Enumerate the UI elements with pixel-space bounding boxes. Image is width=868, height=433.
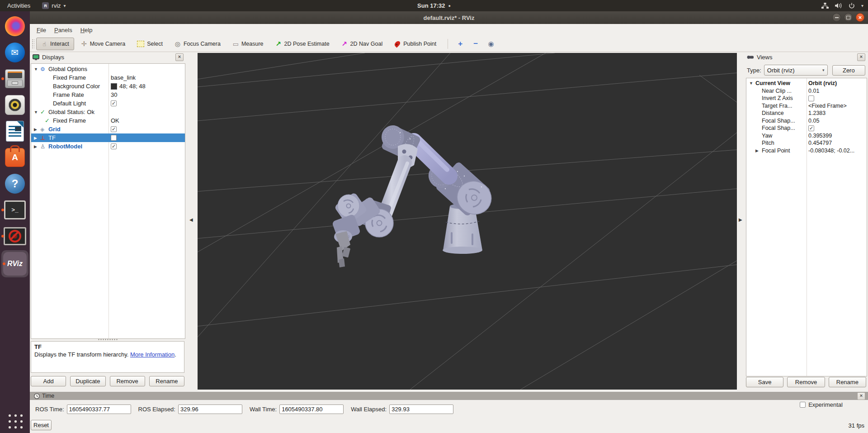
wall-elapsed-input[interactable] (389, 404, 453, 414)
tool-select[interactable]: Select (132, 38, 168, 50)
dock-item-rviz[interactable]: RViz (1, 250, 28, 277)
views-panel-header[interactable]: Views × (745, 52, 867, 62)
close-button[interactable]: × (856, 13, 864, 22)
tree-row-grid[interactable]: ▶◈Grid✓ (31, 125, 185, 133)
tree-row-tf[interactable]: ▶⊥TF (31, 133, 185, 142)
app-menu[interactable]: R rviz ▾ (38, 0, 70, 11)
tree-row-focal-point[interactable]: ▶Focal Point-0.080348; -0.02... (746, 147, 867, 155)
tool-interact[interactable]: ☝Interact (36, 38, 74, 50)
tool-2d-nav-goal[interactable]: ↗2D Nav Goal (336, 38, 388, 50)
ros-time-input[interactable] (67, 404, 131, 414)
collapse-left-panel-arrow[interactable]: ◀ (189, 217, 193, 222)
maximize-button[interactable] (844, 13, 853, 22)
time-fields: ROS Time:ROS Elapsed:Wall Time:Wall Elap… (35, 404, 461, 414)
dock-item-software[interactable]: A (0, 144, 30, 171)
reset-button[interactable]: Reset (31, 420, 52, 430)
tree-row-default-light[interactable]: Default Light✓ (31, 99, 185, 108)
expander-icon[interactable]: ▶ (34, 136, 40, 140)
tree-row-target-fra[interactable]: Target Fra...<Fixed Frame> (746, 102, 867, 110)
menu-item-help[interactable]: Help (76, 25, 97, 35)
rename-button[interactable]: Rename (829, 377, 866, 387)
row-label: Target Fra... (762, 103, 792, 109)
checkbox[interactable]: ✓ (111, 100, 117, 106)
dock-item-rhythmbox[interactable] (0, 92, 30, 118)
dock-item-screen-blocked[interactable] (0, 223, 30, 249)
dock-item-firefox[interactable] (0, 13, 30, 39)
dock-item-thunderbird[interactable]: ✉ (0, 39, 30, 66)
tool-publish-point[interactable]: Publish Point (389, 38, 441, 50)
tree-row-focal-shap[interactable]: Focal Shap...✓ (746, 124, 867, 132)
checkbox[interactable] (808, 95, 814, 101)
close-icon[interactable]: × (857, 392, 865, 400)
tree-row-global-status-ok[interactable]: ▼✓Global Status: Ok (31, 108, 185, 116)
wall-time-input[interactable] (279, 404, 344, 414)
ruler-icon: ▭ (232, 40, 239, 48)
checkbox[interactable] (111, 135, 117, 141)
tree-row-focal-shap[interactable]: Focal Shap...0.05 (746, 117, 867, 125)
checkbox[interactable]: ✓ (111, 143, 117, 149)
experimental-option[interactable]: Experimental (800, 401, 843, 408)
clock-menu[interactable]: Sun 17:32 ● (417, 2, 451, 9)
activities-button[interactable]: Activities (0, 0, 38, 11)
dock-item-help[interactable]: ? (0, 171, 30, 197)
duplicate-button[interactable]: Duplicate (70, 376, 105, 386)
expander-icon[interactable]: ▶ (755, 148, 762, 153)
tree-row-invert-z-axis[interactable]: Invert Z Axis (746, 95, 867, 102)
collapse-right-panel-arrow[interactable]: ▶ (739, 217, 742, 222)
show-applications-button[interactable] (6, 412, 24, 429)
expander-icon[interactable]: ▼ (34, 67, 40, 71)
expander-icon[interactable]: ▶ (34, 144, 40, 149)
zero-button[interactable]: Zero (832, 65, 865, 76)
chevron-down-icon[interactable]: ▾ (861, 3, 863, 8)
menu-item-panels[interactable]: Panels (50, 25, 76, 35)
remove-button[interactable]: Remove (110, 376, 145, 386)
tool-move-camera[interactable]: ✛Move Camera (76, 38, 131, 50)
eye-icon[interactable]: ◉ (483, 40, 499, 48)
tree-row-current-view[interactable]: ▼Current ViewOrbit (rviz) (746, 80, 867, 87)
displays-panel-header[interactable]: Displays × (31, 52, 185, 62)
more-information-link[interactable]: More Information (130, 351, 175, 358)
tree-row-frame-rate[interactable]: Frame Rate30 (31, 90, 185, 99)
dock-item-file-cabinet[interactable] (0, 66, 30, 92)
row-label: Current View (755, 80, 790, 86)
minimize-button[interactable] (832, 13, 841, 22)
tree-row-background-color[interactable]: Background Color48; 48; 48 (31, 82, 185, 90)
close-icon[interactable]: × (175, 53, 184, 61)
splitter-handle[interactable] (98, 338, 118, 341)
ros-elapsed-input[interactable] (178, 404, 242, 414)
close-icon[interactable]: × (857, 53, 865, 61)
expander-icon[interactable]: ▶ (34, 127, 40, 132)
tree-row-pitch[interactable]: Pitch0.454797 (746, 139, 867, 147)
add-button[interactable]: Add (31, 376, 66, 386)
plus-icon[interactable]: + (453, 39, 468, 48)
tool-measure[interactable]: ▭Measure (227, 38, 269, 50)
tree-row-robotmodel[interactable]: ▶♙RobotModel✓ (31, 142, 185, 151)
tree-row-fixed-frame[interactable]: ✓Fixed FrameOK (31, 116, 185, 125)
tree-row-near-clip[interactable]: Near Clip ...0.01 (746, 87, 867, 95)
tool-focus-camera[interactable]: ◎Focus Camera (170, 38, 226, 50)
time-panel-header[interactable]: Time × (30, 392, 868, 400)
checkbox[interactable]: ✓ (808, 125, 814, 131)
menu-item-file[interactable]: File (33, 25, 50, 35)
rename-button[interactable]: Rename (149, 376, 184, 386)
remove-button[interactable]: Remove (787, 377, 825, 387)
3d-viewport[interactable] (198, 53, 737, 390)
titlebar[interactable]: default.rviz* - RViz × (30, 11, 868, 24)
experimental-checkbox[interactable] (800, 402, 806, 408)
dock-item-writer[interactable] (0, 118, 30, 144)
expander-icon[interactable]: ▼ (34, 110, 40, 114)
system-status-area[interactable]: ▾ (821, 0, 863, 11)
save-button[interactable]: Save (746, 377, 783, 387)
toolbar-grip[interactable] (32, 39, 34, 49)
row-label: Grid (48, 126, 61, 133)
tree-row-fixed-frame[interactable]: Fixed Framebase_link (31, 73, 185, 82)
tree-row-yaw[interactable]: Yaw0.395399 (746, 132, 867, 140)
view-type-combo[interactable]: Orbit (rviz) ▾ (764, 65, 828, 76)
tool-2d-pose-estimate[interactable]: ↗2D Pose Estimate (270, 38, 335, 50)
minus-icon[interactable]: − (468, 39, 483, 48)
tree-row-global-options[interactable]: ▼⚙Global Options (31, 65, 185, 73)
tree-row-distance[interactable]: Distance1.2383 (746, 109, 867, 117)
checkbox[interactable]: ✓ (111, 126, 117, 132)
expander-icon[interactable]: ▼ (749, 81, 755, 86)
dock-item-terminal[interactable]: >_ (0, 197, 30, 223)
